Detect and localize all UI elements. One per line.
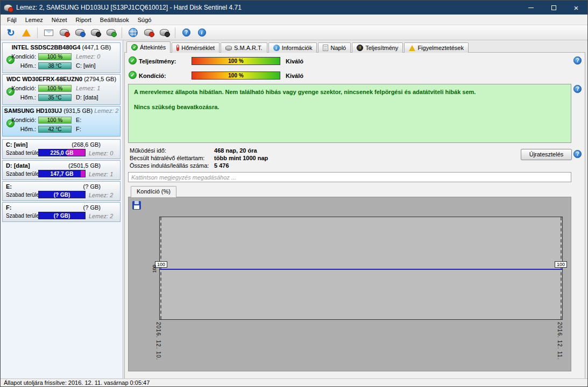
free-space-bar: 147,7 GB [38, 170, 86, 177]
partition-name: F: [6, 204, 11, 211]
free-space-bar: (? GB) [38, 191, 86, 198]
temperature-label: Hőm.: [3, 126, 36, 132]
tab-log[interactable]: Napló [318, 42, 351, 53]
tab-performance[interactable]: Teljesítmény [352, 42, 403, 53]
menu-view[interactable]: Nézet [47, 15, 72, 25]
disk-monitor-button[interactable] [157, 26, 171, 39]
condition-label: Kondíció: [3, 85, 36, 91]
performance-bar: 100 % [192, 57, 280, 65]
disk-number-label: Lemez: 1 [76, 85, 100, 91]
app-logo-icon [4, 4, 12, 11]
disk-search-button[interactable] [141, 26, 155, 39]
partition-name: E: [6, 183, 12, 190]
drive-letter-label: C: [win] [76, 62, 96, 69]
disk-remove-icon [91, 29, 100, 36]
disk-number-label: Lemez: 2 [89, 213, 113, 219]
menu-report[interactable]: Riport [72, 15, 96, 25]
log-page-icon [323, 45, 328, 51]
app-window: Lemez: 2, SAMSUNG HD103UJ [S13PJ1CQ61001… [0, 0, 588, 387]
partition-panel-d[interactable]: D: [data] (2501,5 GB) Szabad terület 147… [2, 160, 121, 180]
online-button[interactable] [126, 26, 140, 39]
info-button[interactable] [195, 26, 209, 39]
email-report-button[interactable] [41, 26, 55, 39]
window-controls [520, 1, 587, 15]
drive-letter-label: D: [data] [76, 94, 98, 101]
partition-panel-e[interactable]: E: (? GB) Szabad terület (? GB) Lemez: 2 [2, 181, 121, 201]
warning-icon [409, 45, 415, 51]
tab-label: Figyelmeztetések [417, 45, 464, 51]
main-panel: Áttekintés Hőmérséklet S.M.A.R.T. Inform… [124, 40, 585, 379]
menu-disk[interactable]: Lemez [21, 15, 47, 25]
disk-capacity: (931,5 GB) [63, 108, 93, 114]
disk-number-label: Lemez: 2 [89, 192, 113, 198]
gauge-icon [357, 45, 363, 51]
partition-capacity: (268,6 GB) [72, 141, 101, 148]
partition-panel-f[interactable]: F: (? GB) Szabad terület (? GB) Lemez: 2 [2, 202, 121, 222]
stat-row-start-stop-count: Összes indulás/leállás száma: 5 476 [130, 162, 229, 170]
disk-search-icon [144, 29, 153, 36]
disk-panel-intel[interactable]: INTEL SSDSC2BB480G4 (447,1 GB) Kondíció:… [2, 42, 121, 73]
menu-settings[interactable]: Beállítások [96, 15, 133, 25]
disk-panel-wdc[interactable]: WDC WD30EFRX-68EUZN0 (2794,5 GB) Kondíci… [2, 74, 121, 105]
drive-letter-label: E: [76, 117, 81, 123]
tab-label: Hőmérséklet [181, 45, 215, 51]
comment-input[interactable] [128, 172, 571, 182]
retest-button[interactable]: Újratesztelés [521, 149, 572, 160]
minimize-button[interactable] [520, 1, 542, 15]
disk-surface-test-button[interactable] [104, 26, 118, 39]
disk-copy-button[interactable] [73, 26, 87, 39]
alerts-button[interactable] [19, 26, 33, 39]
tab-label: Napló [330, 45, 346, 51]
titlebar[interactable]: Lemez: 2, SAMSUNG HD103UJ [S13PJ1CQ61001… [1, 1, 587, 15]
menu-help[interactable]: Súgó [133, 15, 156, 25]
stat-value: 468 nap, 20 óra [214, 147, 257, 154]
tab-temperature[interactable]: Hőmérséklet [172, 42, 219, 53]
mail-icon [44, 30, 53, 36]
tab-label: Teljesítmény [365, 45, 398, 51]
smart-icon [225, 46, 232, 51]
disk-number-label: Lemez: 1 [89, 171, 113, 177]
chart-x-label-left: 2016. 12. 10. [155, 322, 161, 360]
tab-bar: Áttekintés Hőmérséklet S.M.A.R.T. Inform… [126, 41, 470, 53]
condition-bar: 100 % [38, 117, 72, 124]
partition-panel-c[interactable]: C: [win] (268,6 GB) Szabad terület 225,0… [2, 139, 121, 159]
stat-label: Becsült hátralévő élettartam: [130, 155, 212, 161]
disk-tools-button[interactable] [57, 26, 71, 39]
maximize-button[interactable] [542, 1, 565, 15]
partition-name: D: [data] [6, 162, 30, 169]
graph-tab-condition[interactable]: Kondíció (%) [131, 186, 176, 197]
help-button[interactable] [179, 26, 193, 39]
health-status-text: A merevlemez állapota hibátlan. Nem talá… [134, 89, 565, 95]
tab-label: S.M.A.R.T. [234, 45, 263, 51]
save-chart-icon[interactable] [132, 201, 141, 210]
chart-gridline-right [561, 217, 562, 319]
tab-label: Információk [282, 45, 313, 51]
health-advice-text: Nincs szükség beavatkozásra. [134, 104, 565, 110]
disk-number-label: Lemez: 0 [89, 150, 113, 156]
tab-smart[interactable]: S.M.A.R.T. [221, 42, 267, 53]
tab-overview[interactable]: Áttekintés [126, 41, 171, 53]
condition-series-line [160, 269, 562, 270]
tab-information[interactable]: Információk [268, 42, 317, 53]
disk-panel-samsung-selected[interactable]: SAMSUNG HD103UJ (931,5 GB) Lemez: 2 Kond… [2, 106, 121, 137]
disk-number-label: Lemez: 2 [94, 108, 118, 114]
stat-value: több mint 1000 nap [214, 155, 268, 161]
close-button[interactable] [565, 1, 587, 15]
condition-label: Kondíció: [139, 73, 166, 79]
condition-bar: 100 % [38, 53, 72, 60]
chart-x-label-right: 2016. 12. 11. [557, 322, 563, 360]
chart-plot-area: 100 100 [159, 217, 563, 320]
disk-number-label: Lemez: 0 [76, 53, 100, 60]
temperature-label: Hőm.: [3, 94, 36, 101]
retest-help-icon[interactable] [573, 150, 582, 158]
disk-header: SAMSUNG HD103UJ (931,5 GB) Lemez: 2 [3, 108, 120, 114]
disk-remove-button[interactable] [88, 26, 102, 39]
temperature-label: Hőm.: [3, 62, 36, 69]
menu-file[interactable]: Fájl [3, 15, 21, 25]
status-help-icon[interactable] [573, 85, 582, 93]
performance-help-icon[interactable] [573, 56, 582, 64]
refresh-icon [6, 28, 15, 38]
toolbar-separator [122, 27, 122, 38]
tab-alerts[interactable]: Figyelmeztetések [404, 42, 469, 53]
refresh-button[interactable] [4, 26, 18, 39]
